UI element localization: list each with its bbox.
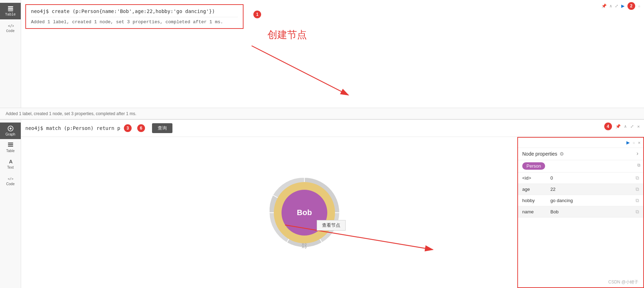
prop-value-name: Bob <box>550 209 636 214</box>
sidebar-label-table-top: Table <box>5 13 15 17</box>
top-panel: Table </> Code 1 <box>0 0 644 120</box>
top-panel-main: 1 neo4j$ create (p:Person{name:'Bob',age… <box>21 0 644 119</box>
prop-key-hobby: hobby <box>522 198 550 203</box>
sidebar-label-table-bottom: Table <box>6 149 15 153</box>
text-icon: A <box>7 158 14 165</box>
svg-rect-10 <box>8 144 13 145</box>
prop-action-id[interactable]: ⧉ <box>636 175 639 181</box>
chevron-up-icon-top[interactable]: ∧ <box>610 4 612 9</box>
sidebar-label-code-bottom: Code <box>6 182 15 186</box>
prop-value-id: 0 <box>550 175 636 181</box>
top-panel-icons: 📌 ∧ ⤢ ▶ 2 ☆ <box>601 2 640 10</box>
prop-row-age: age 22 ⧉ <box>518 184 643 195</box>
bottom-prompt: neo4j$ <box>25 125 46 131</box>
sidebar-item-table-top[interactable]: Table <box>0 3 21 19</box>
view-node-button[interactable]: 查看节点 <box>317 220 346 231</box>
prop-value-hobby: go dancing <box>550 198 636 203</box>
svg-text:⛓: ⛓ <box>301 243 308 250</box>
node-props-title: Node properties ⚙ <box>522 151 564 157</box>
code-command-top: create (p:Person{name:'Bob',age:22,hobby… <box>52 8 215 14</box>
sidebar-item-table-bottom[interactable]: Table <box>0 139 21 156</box>
svg-text:Bob: Bob <box>297 208 312 217</box>
table-icon-top <box>7 6 14 12</box>
node-props-title-text: Node properties <box>522 151 557 157</box>
sidebar-item-code-bottom[interactable]: </> Code <box>0 172 21 189</box>
prop-row-hobby: hobby go dancing ⧉ <box>518 195 643 206</box>
code-box-top: neo4j$ create (p:Person{name:'Bob',age:2… <box>25 4 244 29</box>
svg-rect-9 <box>8 143 13 144</box>
main-container: Table </> Code 1 <box>0 0 644 288</box>
chevron-right-icon[interactable]: › <box>636 151 639 157</box>
props-close-icon[interactable]: ✕ <box>638 140 640 145</box>
props-run-icon[interactable]: ▶ <box>626 139 630 146</box>
bottom-panel: Graph Table A Text <box>0 120 644 288</box>
gear-icon: ⚙ <box>560 151 564 157</box>
prop-action-hobby[interactable]: ⧉ <box>636 198 639 204</box>
bottom-panel-header: neo4j$ match (p:Person) return p 3 6 查询 <box>21 120 644 137</box>
graph-container: 🔒 👁 ⛓ Bob <box>21 137 644 288</box>
bottom-panel-main: neo4j$ match (p:Person) return p 3 6 查询 <box>21 120 644 288</box>
expand-icon-top[interactable]: ⤢ <box>615 4 618 9</box>
result-line-top: Added 1 label, created 1 node, set 3 pro… <box>31 17 238 25</box>
star-icon-top[interactable]: ☆ <box>638 4 640 9</box>
svg-text:</>: </> <box>8 24 13 28</box>
prop-row-name: name Bob ⧉ <box>518 206 643 218</box>
node-ring-svg: 🔒 👁 ⛓ Bob <box>259 167 350 258</box>
prop-row-id: <id> 0 ⧉ <box>518 173 643 184</box>
code-line-top: neo4j$ create (p:Person{name:'Bob',age:2… <box>31 8 238 14</box>
chevron-up-bottom[interactable]: ∧ <box>624 124 627 129</box>
sidebar-item-code-top[interactable]: </> Code <box>0 19 21 36</box>
status-text-top: Added 1 label, created 1 node, set 3 pro… <box>6 111 137 116</box>
svg-line-6 <box>252 46 348 95</box>
svg-rect-11 <box>8 146 13 147</box>
expand-icon-bottom[interactable]: ⤢ <box>630 124 634 129</box>
badge-2: 2 <box>627 2 635 10</box>
badge-3: 3 <box>124 124 132 132</box>
svg-text:A: A <box>9 159 13 164</box>
prop-action-name[interactable]: ⧉ <box>636 209 639 215</box>
table-icon-bottom <box>7 142 14 148</box>
code-prompt-top: neo4j$ <box>31 8 52 14</box>
prop-key-age: age <box>522 187 550 192</box>
badge-4: 4 <box>604 123 612 130</box>
bottom-panel-top-icons: 4 📌 ∧ ⤢ ✕ <box>604 123 640 130</box>
node-properties-panel: ▶ ☆ ✕ Node properties ⚙ › <box>517 137 644 288</box>
sidebar-label-code-top: Code <box>6 29 14 33</box>
prop-key-name: name <box>522 209 550 214</box>
svg-rect-2 <box>8 10 13 11</box>
props-star-icon[interactable]: ☆ <box>633 140 635 145</box>
badge-6: 6 <box>137 124 145 132</box>
svg-rect-3 <box>8 11 13 11</box>
label-row: Person ⧉ <box>518 160 643 173</box>
sidebar-item-graph[interactable]: Graph <box>0 123 21 139</box>
svg-rect-0 <box>8 6 13 7</box>
content-area: Table </> Code 1 <box>0 0 644 288</box>
sidebar-label-text: Text <box>7 165 13 169</box>
annotation-create-node: 创建节点 <box>267 28 307 42</box>
top-status-bar: Added 1 label, created 1 node, set 3 pro… <box>0 108 644 119</box>
pin-icon-bottom[interactable]: 📌 <box>615 124 621 129</box>
svg-rect-1 <box>8 8 13 9</box>
props-table: <id> 0 ⧉ age 22 ⧉ hobby go d <box>518 173 643 287</box>
graph-icon <box>7 125 14 132</box>
run-icon-top[interactable]: ▶ <box>621 2 625 10</box>
node-props-header: Node properties ⚙ › <box>518 148 643 160</box>
svg-text:</>: </> <box>7 177 13 181</box>
bottom-code-line: neo4j$ match (p:Person) return p <box>25 125 120 131</box>
code-icon-top: </> <box>7 22 14 29</box>
watermark: CSDN @小鲤子 <box>608 279 638 285</box>
query-button[interactable]: 查询 <box>152 123 172 133</box>
person-label-badge: Person <box>522 162 545 170</box>
sidebar-label-graph: Graph <box>6 132 15 136</box>
svg-point-8 <box>10 127 11 129</box>
top-panel-sidebar: Table </> Code <box>0 0 21 119</box>
label-copy-icon[interactable]: ⧉ <box>637 163 640 168</box>
bottom-panel-sidebar: Graph Table A Text <box>0 120 21 288</box>
sidebar-item-text[interactable]: A Text <box>0 156 21 172</box>
prop-action-age[interactable]: ⧉ <box>636 186 639 192</box>
close-icon-bottom[interactable]: ✕ <box>637 124 640 129</box>
badge5-container: 5 查看节点 <box>317 221 324 229</box>
pin-icon-top[interactable]: 📌 <box>601 4 607 9</box>
prop-key-id: <id> <box>522 175 550 181</box>
node-graph: 🔒 👁 ⛓ Bob <box>259 167 350 258</box>
